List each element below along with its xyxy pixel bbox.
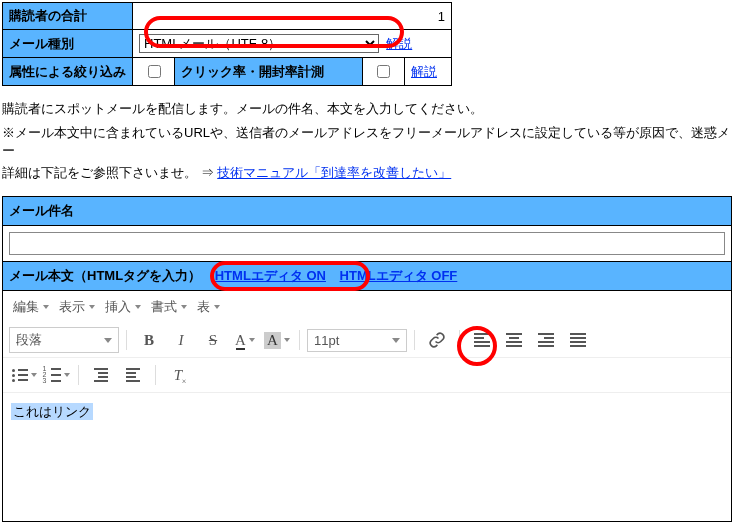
italic-button[interactable]: I	[166, 327, 196, 353]
mail-type-explain-link[interactable]: 解説	[386, 36, 412, 51]
editor-menubar: 編集 表示 挿入 書式 表	[3, 291, 731, 323]
outdent-button[interactable]	[86, 362, 116, 388]
editor-off-link[interactable]: HTMLエディタ OFF	[340, 268, 458, 283]
editor-on-link[interactable]: HTMLエディタ ON	[215, 268, 326, 283]
bullet-list-button[interactable]	[9, 362, 39, 388]
link-icon	[428, 331, 446, 349]
mail-type-select[interactable]: HTMLメール（UTF-8）	[139, 34, 379, 53]
clickrate-cell	[362, 58, 404, 86]
note-line1: ※メール本文中に含まれているURLや、送信者のメールアドレスをフリーメールアドレ…	[2, 124, 732, 160]
total-subscribers-label: 購読者の合計	[3, 3, 133, 30]
editor-toolbar-2: 123 T	[3, 358, 731, 393]
menu-format[interactable]: 書式	[147, 295, 191, 319]
note-line2: 詳細は下記をご参照下さいませ。 ⇒ 技術マニュアル「到達率を改善したい」	[2, 164, 732, 182]
menu-view[interactable]: 表示	[55, 295, 99, 319]
description-text: 購読者にスポットメールを配信します。メールの件名、本文を入力してください。	[2, 100, 732, 118]
editor-content-area[interactable]: これはリンク	[3, 393, 731, 521]
subject-header: メール件名	[3, 197, 732, 226]
subject-input[interactable]	[9, 232, 725, 255]
attribute-filter-label: 属性による絞り込み	[3, 58, 133, 86]
strikethrough-button[interactable]: S	[198, 327, 228, 353]
clickrate-checkbox[interactable]	[377, 65, 390, 78]
menu-insert[interactable]: 挿入	[101, 295, 145, 319]
text-color-button[interactable]: A	[230, 327, 260, 353]
align-right-button[interactable]	[531, 327, 561, 353]
html-editor: 編集 表示 挿入 書式 表 段落 B I S A A 11pt	[3, 291, 731, 521]
attribute-filter-checkbox[interactable]	[148, 65, 161, 78]
align-justify-button[interactable]	[563, 327, 593, 353]
mail-type-cell: HTMLメール（UTF-8） 解説	[133, 30, 452, 58]
body-header: メール本文（HTMLタグを入力） HTMLエディタ ON HTMLエディタ OF…	[3, 262, 732, 291]
settings-table: 購読者の合計 1 メール種別 HTMLメール（UTF-8） 解説 属性による絞り…	[2, 2, 452, 86]
manual-link[interactable]: 技術マニュアル「到達率を改善したい」	[217, 165, 451, 180]
attribute-filter-cell	[133, 58, 175, 86]
total-subscribers-value: 1	[133, 3, 452, 30]
align-left-button[interactable]	[467, 327, 497, 353]
menu-table[interactable]: 表	[193, 295, 224, 319]
bold-button[interactable]: B	[134, 327, 164, 353]
align-center-button[interactable]	[499, 327, 529, 353]
clickrate-explain-cell: 解説	[404, 58, 451, 86]
clickrate-explain-link[interactable]: 解説	[411, 64, 437, 79]
mail-type-label: メール種別	[3, 30, 133, 58]
link-button[interactable]	[422, 327, 452, 353]
mail-table: メール件名 メール本文（HTMLタグを入力） HTMLエディタ ON HTMLエ…	[2, 196, 732, 522]
editor-selected-text: これはリンク	[11, 403, 93, 420]
bg-color-button[interactable]: A	[262, 327, 292, 353]
editor-toolbar-1: 段落 B I S A A 11pt	[3, 323, 731, 358]
block-format-select[interactable]: 段落	[9, 327, 119, 353]
indent-button[interactable]	[118, 362, 148, 388]
number-list-button[interactable]: 123	[41, 362, 71, 388]
menu-edit[interactable]: 編集	[9, 295, 53, 319]
clickrate-label: クリック率・開封率計測	[175, 58, 363, 86]
font-size-select[interactable]: 11pt	[307, 329, 407, 352]
clear-format-button[interactable]: T	[163, 362, 193, 388]
